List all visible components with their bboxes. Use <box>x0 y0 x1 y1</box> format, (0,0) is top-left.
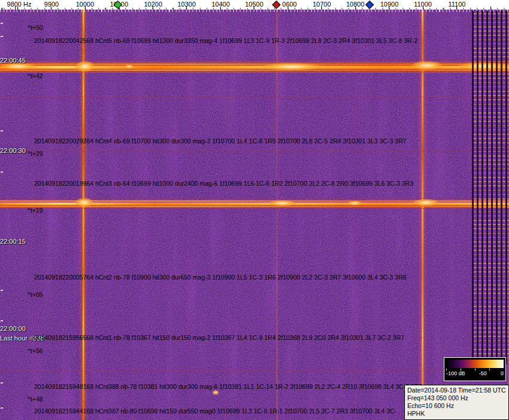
legend-max-label: 0 <box>501 370 504 377</box>
event-annotation: 20140918215948168 hCnt388 nb-78 f10381 h… <box>34 383 422 390</box>
meteor-ping-band <box>0 151 509 152</box>
event-annotation: ^t+42 <box>28 72 43 79</box>
frequency-scale: 9800 Hz990010000101001020010300104001050… <box>0 0 509 10</box>
status-info-box: Date=2014-09-18 Time=21:58 UTCFreq=143 0… <box>404 385 509 420</box>
top-tick-ruler <box>0 10 509 12</box>
info-line: HPHK <box>407 410 506 418</box>
meteor-ping-band <box>0 97 509 97</box>
info-line: Freq=143 050 000 Hz <box>407 394 506 402</box>
signal-hot-spot <box>75 198 93 207</box>
event-annotation: 20140918215944168 hCnt387 nb-80 f10699 h… <box>34 407 397 415</box>
meteor-ping-band <box>0 208 509 209</box>
event-annotation: ^t+56 <box>28 347 43 354</box>
event-annotation: 20140918220042568 hCnt5 nb-68 f10699 hit… <box>34 37 417 44</box>
signal-hot-spot <box>124 65 134 69</box>
event-annotation: ^t+05 <box>28 291 43 298</box>
colormap-gradient <box>446 360 504 368</box>
meteor-ping-band <box>0 370 509 371</box>
signal-hot-spot <box>347 201 362 206</box>
signal-hot-spot <box>412 61 443 70</box>
signal-hot-spot <box>262 63 322 70</box>
waterfall-display: 22:00:4522:00:3022:00:1522:00:00Last hou… <box>0 10 509 420</box>
time-label: 22:00:30 <box>0 147 26 154</box>
time-label: 22:00:00 <box>0 325 26 332</box>
info-line: Date=2014-09-18 Time=21:58 UTC <box>407 387 506 394</box>
signal-hot-spot <box>75 61 95 72</box>
event-annotation: 20140918220019964 hCnt3 nb-64 f10699 hit… <box>34 180 413 187</box>
event-annotation: ^t+19 <box>28 207 43 214</box>
signal-hot-spot <box>269 200 295 206</box>
time-label: 22:00:15 <box>0 238 26 245</box>
event-annotation: ^t+48 <box>28 396 43 403</box>
signal-hot-spot <box>212 390 219 395</box>
meteor-ping-band <box>0 198 509 199</box>
legend-mid-label: -50 <box>479 370 487 377</box>
info-line: Echo=10 600 Hz <box>407 402 506 410</box>
spectrum-lab-window: 9800 Hz990010000101001020010300104001050… <box>0 0 509 420</box>
time-label: 22:00:45 <box>0 57 26 64</box>
meteor-ping-band <box>0 60 509 60</box>
colormap-labels: -100 dB -50 0 <box>444 370 505 377</box>
meteor-ping-band <box>0 72 509 73</box>
right-dash-ruler <box>472 11 509 364</box>
meteor-ping-band <box>0 206 509 207</box>
legend-min-label: -100 dB <box>446 370 465 377</box>
event-annotation: ^t+29 <box>28 150 43 157</box>
event-annotation: 20140918220029264 hCnt4 nb-69 f10700 hit… <box>34 137 406 145</box>
signal-hot-spot <box>413 199 439 206</box>
colormap-legend: -100 dB -50 0 <box>444 357 506 381</box>
event-annotation: 20140918220005764 hCnt2 nb-78 f10900 hit… <box>34 274 406 281</box>
frequency-major-ticks <box>0 7 509 10</box>
event-annotation: ^t+50 <box>28 24 43 31</box>
event-annotation: 20140918215956568 hCnt1 nb-78 f10367 hit… <box>34 334 404 341</box>
